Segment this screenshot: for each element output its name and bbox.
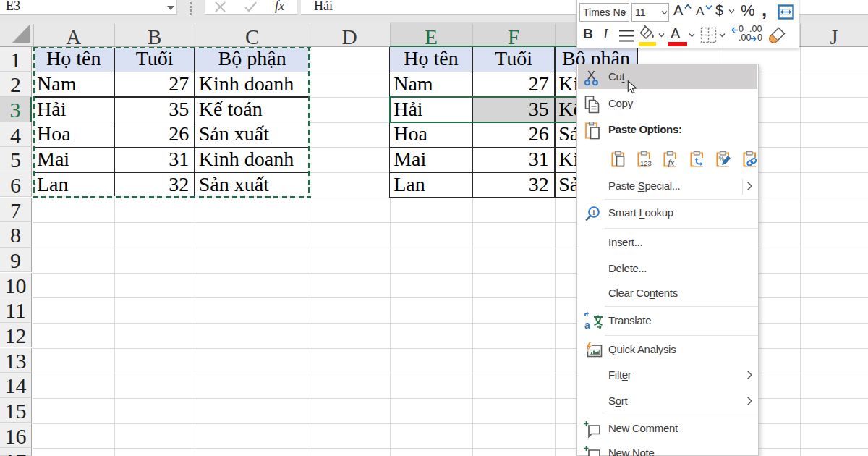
svg-text:fx: fx (668, 158, 675, 167)
svg-text:123: 123 (640, 159, 652, 167)
svg-text:a: a (584, 319, 590, 331)
svg-text:i: i (593, 208, 595, 216)
